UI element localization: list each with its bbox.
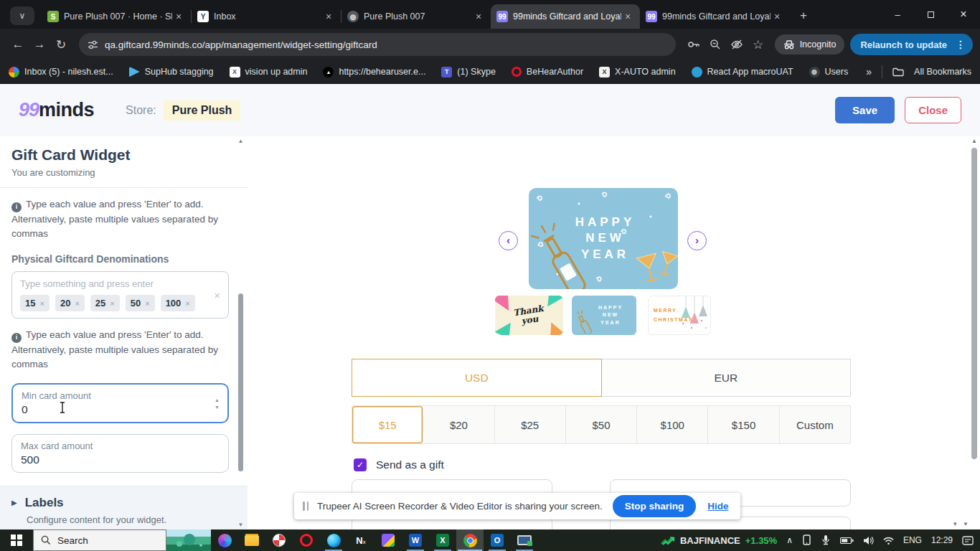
bookmarks-overflow-icon[interactable]: » <box>866 66 872 77</box>
tab-99minds-2[interactable]: 99 99minds Giftcard and Loyal × <box>640 4 789 29</box>
eye-off-icon[interactable] <box>726 34 748 55</box>
browser-menu-icon[interactable]: ⋮ <box>953 39 969 50</box>
taskbar-remote-desktop[interactable] <box>511 529 538 551</box>
currency-tab-eur[interactable]: EUR <box>602 359 852 397</box>
denomination-tag[interactable]: 100× <box>161 295 195 311</box>
min-card-amount-field[interactable]: Min card amount 0 ▲▼ <box>11 383 229 423</box>
site-settings-icon[interactable] <box>88 39 98 50</box>
max-card-amount-field[interactable]: Max card amount 500 <box>11 434 229 473</box>
remove-tag-icon[interactable]: × <box>75 299 79 308</box>
tab-pure-plush[interactable]: ◍ Pure Plush 007 × <box>341 4 491 29</box>
taskbar-search-box[interactable]: Search <box>33 529 166 551</box>
thumbnail-happy-new-year[interactable]: HAPPY NEW YEAR <box>572 296 636 335</box>
scroll-down-icon[interactable]: ▼ <box>237 522 245 528</box>
clear-all-tags-icon[interactable]: × <box>214 289 220 301</box>
scroll-down-icon[interactable]: ▼ <box>952 521 958 527</box>
battery-icon[interactable] <box>840 536 854 545</box>
send-gift-checkbox[interactable]: ✓ <box>354 458 367 471</box>
remove-tag-icon[interactable]: × <box>185 299 189 308</box>
taskbar-outlook[interactable]: O <box>484 529 511 551</box>
bookmark-inbox[interactable]: Inbox (5) - nilesh.est... <box>9 67 113 77</box>
denomination-50[interactable]: $50 <box>566 406 637 443</box>
window-minimize-button[interactable]: – <box>881 0 914 29</box>
tab-close-icon[interactable]: × <box>472 10 485 23</box>
denomination-100[interactable]: $100 <box>637 406 708 443</box>
language-indicator[interactable]: ENG <box>903 535 922 545</box>
taskbar-opera[interactable] <box>293 529 320 551</box>
close-button[interactable]: Close <box>905 97 961 123</box>
denomination-150[interactable]: $150 <box>708 406 779 443</box>
tab-close-icon[interactable]: × <box>621 10 634 23</box>
currency-tab-usd[interactable]: USD <box>352 359 602 397</box>
remove-tag-icon[interactable]: × <box>39 299 44 308</box>
scroll-down-icon[interactable]: ▼ <box>963 521 969 527</box>
tab-search-button[interactable]: ∨ <box>10 6 34 25</box>
phone-link-icon[interactable] <box>802 534 811 546</box>
save-button[interactable]: Save <box>835 97 895 123</box>
bookmark-behearauthor[interactable]: BeHearAuthor <box>512 67 583 77</box>
number-stepper[interactable]: ▲▼ <box>215 397 220 409</box>
taskbar-screen-recorder[interactable] <box>265 529 293 551</box>
all-bookmarks-label[interactable]: All Bookmarks <box>914 67 971 77</box>
tab-close-icon[interactable]: × <box>172 10 185 23</box>
bookmark-vision-up[interactable]: X vision up admin <box>230 67 308 77</box>
remove-tag-icon[interactable]: × <box>110 299 114 308</box>
window-restore-button[interactable] <box>914 0 947 29</box>
tray-expand-icon[interactable]: ∧ <box>786 535 793 545</box>
section-labels[interactable]: ▶Labels Configure content for your widge… <box>0 486 248 530</box>
stock-ticker-widget[interactable]: BAJFINANCE +1.35% <box>661 535 777 546</box>
taskbar-chrome-active[interactable] <box>456 529 484 551</box>
scrollbar-thumb[interactable] <box>238 293 243 471</box>
tab-99minds-active[interactable]: 99 99minds Giftcard and Loyal × <box>491 4 640 29</box>
denomination-20[interactable]: $20 <box>423 406 494 443</box>
forward-button[interactable]: → <box>29 34 50 55</box>
bookmark-xauto[interactable]: X X-AUTO admin <box>599 67 676 77</box>
thumbnail-merry-christmas[interactable]: MERRY CHRISTMAS <box>648 296 711 335</box>
carousel-prev-button[interactable]: ‹ <box>499 231 518 250</box>
microphone-icon[interactable] <box>821 534 831 546</box>
address-bar[interactable]: qa.giftcard.99minds.co/app/management/wi… <box>79 33 676 56</box>
denomination-custom[interactable]: Custom <box>780 406 850 443</box>
bookmark-skype[interactable]: T (1) Skype <box>441 67 496 77</box>
bookmark-react-app[interactable]: React App macroUAT <box>692 67 793 77</box>
denomination-tag[interactable]: 25× <box>90 295 120 311</box>
scroll-up-icon[interactable]: ▲ <box>237 138 245 144</box>
widgets-weather-thumbnail[interactable] <box>166 529 211 551</box>
new-tab-button[interactable]: + <box>793 6 814 26</box>
tab-close-icon[interactable]: × <box>322 10 335 23</box>
start-button[interactable] <box>0 529 33 551</box>
denomination-25[interactable]: $25 <box>495 406 566 443</box>
bookmark-star-icon[interactable]: ☆ <box>748 34 769 55</box>
step-up-icon[interactable]: ▲ <box>215 397 220 402</box>
password-key-icon[interactable] <box>683 34 705 55</box>
speaker-icon[interactable] <box>863 536 874 545</box>
window-close-button[interactable]: × <box>947 0 980 29</box>
clock[interactable]: 12:29 <box>931 535 953 545</box>
taskbar-file-explorer[interactable] <box>238 529 265 551</box>
notification-center-icon[interactable] <box>962 535 974 546</box>
denomination-tag[interactable]: 15× <box>20 295 50 311</box>
denomination-tag[interactable]: 20× <box>55 295 85 311</box>
bookmark-behearuser[interactable]: ▲ https://behearuser.e... <box>323 67 425 77</box>
tab-inbox[interactable]: Y Inbox × <box>192 4 341 29</box>
step-down-icon[interactable]: ▼ <box>215 404 220 409</box>
scroll-up-icon[interactable]: ▲ <box>969 138 979 144</box>
thumbnail-thank-you[interactable]: Thank you <box>495 296 563 335</box>
denominations-tag-input[interactable]: Type something and press enter 15× 20× 2… <box>11 271 229 319</box>
remove-tag-icon[interactable]: × <box>145 299 149 308</box>
wifi-icon[interactable] <box>883 536 894 545</box>
bookmark-suphub[interactable]: SupHub stagging <box>129 67 214 77</box>
carousel-next-button[interactable]: › <box>687 231 707 250</box>
taskbar-edge[interactable] <box>320 529 347 551</box>
zoom-out-icon[interactable] <box>705 34 726 55</box>
relaunch-to-update-button[interactable]: Relaunch to update ⋮ <box>850 34 973 55</box>
taskbar-copilot[interactable] <box>211 529 238 551</box>
taskbar-nx[interactable]: Nx <box>347 529 374 551</box>
denomination-tag[interactable]: 50× <box>126 295 155 311</box>
stop-sharing-button[interactable]: Stop sharing <box>613 495 697 517</box>
tab-pure-plush-home[interactable]: S Pure Plush 007 · Home · Sho × <box>42 4 191 29</box>
drag-handle-icon[interactable] <box>303 501 308 511</box>
tab-close-icon[interactable]: × <box>771 10 783 23</box>
sidebar-scrollbar[interactable]: ▲ ▼ <box>237 138 245 528</box>
denomination-15[interactable]: $15 <box>352 406 423 443</box>
